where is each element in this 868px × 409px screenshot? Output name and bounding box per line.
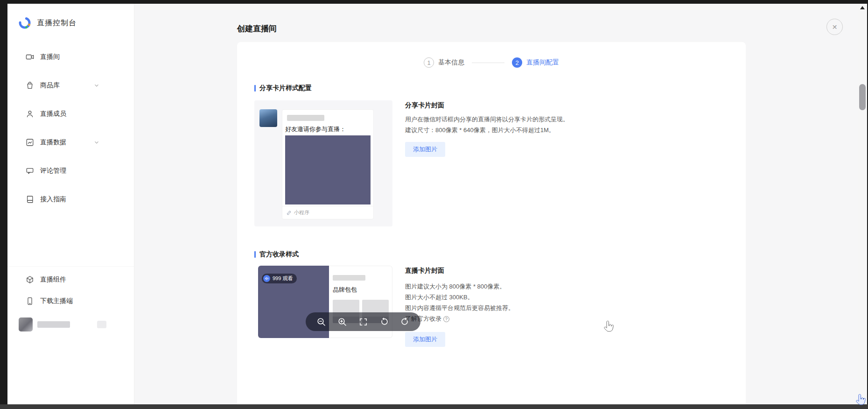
sidebar-item-comments[interactable]: 评论管理 bbox=[13, 161, 102, 181]
sidebar-item-label: 下载主播端 bbox=[40, 297, 73, 305]
sidebar-item-guide[interactable]: 接入指南 bbox=[13, 189, 102, 210]
live-cover-desc-2: 图片大小不超过 300KB。 bbox=[405, 293, 514, 302]
chart-icon bbox=[26, 138, 34, 147]
add-image-button[interactable]: 添加图片 bbox=[405, 332, 445, 347]
live-cover-desc-1: 图片建议大小为 800像素 * 800像素。 bbox=[405, 282, 514, 291]
phone-icon bbox=[26, 297, 34, 305]
step-2-circle: 2 bbox=[512, 57, 522, 68]
window-bottom-frame bbox=[0, 404, 868, 409]
room-title-blur bbox=[333, 275, 365, 281]
official-section-heading: 官方收录样式 bbox=[254, 250, 728, 259]
comment-icon bbox=[26, 167, 34, 175]
user-profile[interactable] bbox=[13, 314, 128, 335]
sidebar-item-live-room[interactable]: 直播间 bbox=[13, 47, 102, 67]
bag-icon bbox=[26, 81, 34, 90]
steps-indicator: 1 基本信息 2 直播间配置 bbox=[237, 57, 746, 68]
viewers-badge: 999 观看 bbox=[262, 274, 297, 283]
sidebar-item-label: 商品库 bbox=[40, 81, 60, 90]
step-connector bbox=[472, 63, 504, 63]
step-2-label: 直播间配置 bbox=[526, 58, 559, 67]
image-viewer-toolbar bbox=[306, 312, 420, 331]
share-image-placeholder bbox=[285, 135, 371, 204]
hand-cursor-icon bbox=[604, 320, 615, 334]
zoom-in-icon[interactable] bbox=[336, 316, 348, 327]
scrollbar-thumb[interactable] bbox=[859, 84, 866, 110]
sidebar-item-products[interactable]: 商品库 bbox=[13, 75, 102, 96]
step-room-config: 2 直播间配置 bbox=[512, 57, 559, 68]
sidebar: 直播控制台 直播间 商品库 bbox=[7, 4, 134, 404]
scroll-up-arrow-icon[interactable] bbox=[860, 6, 865, 9]
person-icon bbox=[26, 110, 34, 118]
sidebar-item-label: 直播间 bbox=[40, 53, 60, 61]
app-title: 直播控制台 bbox=[37, 18, 77, 28]
invite-text: 好友邀请你参与直播： bbox=[285, 125, 346, 134]
chat-share-card: 好友邀请你参与直播： 小程序 bbox=[282, 109, 374, 219]
zoom-out-icon[interactable] bbox=[315, 316, 327, 327]
sidebar-item-components[interactable]: 直播组件 bbox=[13, 269, 102, 290]
avatar bbox=[19, 317, 33, 331]
share-card-info: 分享卡片封面 用户在微信对话框内分享的直播间将以分享卡片的形式呈现。 建议尺寸：… bbox=[405, 100, 569, 226]
chevron-down-icon bbox=[93, 139, 100, 146]
share-cover-desc-2: 建议尺寸：800像素 * 640像素，图片大小不得超过1M。 bbox=[405, 126, 569, 134]
logo-icon bbox=[18, 16, 32, 30]
close-icon: ✕ bbox=[832, 23, 838, 31]
chat-avatar bbox=[259, 109, 277, 127]
live-icon bbox=[263, 275, 270, 282]
product-name: 品牌包包 bbox=[333, 286, 357, 294]
mini-program-row: 小程序 bbox=[282, 206, 373, 219]
add-image-button[interactable]: 添加图片 bbox=[405, 142, 445, 157]
live-cover-title: 直播卡片封面 bbox=[405, 267, 514, 275]
main-area: 创建直播间 ✕ 1 基本信息 2 直播间配置 分享卡 bbox=[134, 4, 858, 404]
username-blur bbox=[37, 321, 70, 328]
official-section-title: 官方收录样式 bbox=[259, 250, 299, 259]
link-icon bbox=[286, 210, 292, 216]
create-room-card: 1 基本信息 2 直播间配置 分享卡片样式配置 bbox=[237, 42, 746, 404]
official-card-info: 直播卡片封面 图片建议大小为 800像素 * 800像素。 图片大小不超过 30… bbox=[405, 266, 514, 347]
fullscreen-icon[interactable] bbox=[357, 316, 369, 327]
chat-name-blur bbox=[287, 115, 324, 121]
chevron-down-icon bbox=[93, 82, 100, 89]
sidebar-item-members[interactable]: 直播成员 bbox=[13, 104, 102, 124]
page-title: 创建直播间 bbox=[237, 23, 277, 34]
rotate-left-icon[interactable] bbox=[378, 316, 390, 327]
live-cover-desc-3: 图片内容遵循平台规范后更容易被推荐。 bbox=[405, 304, 514, 312]
sidebar-item-label: 直播组件 bbox=[40, 275, 66, 284]
cube-icon bbox=[26, 275, 34, 284]
user-badge-blur bbox=[97, 321, 106, 328]
share-card-section: 分享卡片样式配置 好友邀请你参与直播： bbox=[254, 84, 728, 226]
sidebar-footer: 直播组件 下载主播端 bbox=[7, 266, 134, 335]
sidebar-item-label: 接入指南 bbox=[40, 195, 66, 204]
book-icon bbox=[26, 195, 34, 204]
mini-program-label: 小程序 bbox=[294, 209, 309, 216]
app-window: 直播控制台 直播间 商品库 bbox=[7, 4, 858, 404]
rotate-right-icon[interactable] bbox=[399, 316, 411, 327]
share-cover-desc-1: 用户在微信对话框内分享的直播间将以分享卡片的形式呈现。 bbox=[405, 115, 569, 124]
sidebar-item-label: 直播成员 bbox=[40, 110, 66, 118]
sidebar-menu: 直播间 商品库 直播成员 直播数据 bbox=[7, 47, 134, 210]
sidebar-item-label: 直播数据 bbox=[40, 138, 66, 147]
help-icon: ? bbox=[443, 316, 449, 322]
section-accent-bar bbox=[254, 85, 256, 92]
official-listing-section: 官方收录样式 999 观看 bbox=[254, 250, 728, 347]
step-1-circle: 1 bbox=[424, 57, 434, 68]
share-section-heading: 分享卡片样式配置 bbox=[254, 84, 728, 92]
share-section-title: 分享卡片样式配置 bbox=[259, 84, 312, 92]
sidebar-item-download-client[interactable]: 下载主播端 bbox=[13, 291, 102, 311]
viewers-count: 999 观看 bbox=[273, 275, 293, 282]
video-camera-icon bbox=[26, 53, 34, 61]
section-accent-bar bbox=[254, 251, 256, 258]
sidebar-item-data[interactable]: 直播数据 bbox=[13, 132, 102, 153]
sidebar-item-label: 评论管理 bbox=[40, 167, 66, 175]
official-listing-help-link[interactable]: 了解官方收录 ? bbox=[405, 315, 514, 323]
share-card-preview: 好友邀请你参与直播： 小程序 bbox=[254, 100, 392, 226]
hand-cursor-corner-icon bbox=[856, 394, 867, 408]
step-1-label: 基本信息 bbox=[438, 58, 464, 67]
close-button[interactable]: ✕ bbox=[826, 19, 843, 35]
step-basic-info: 1 基本信息 bbox=[424, 57, 464, 68]
share-cover-title: 分享卡片封面 bbox=[405, 101, 569, 110]
app-logo: 直播控制台 bbox=[7, 4, 134, 30]
window-scrollbar[interactable] bbox=[858, 4, 867, 404]
